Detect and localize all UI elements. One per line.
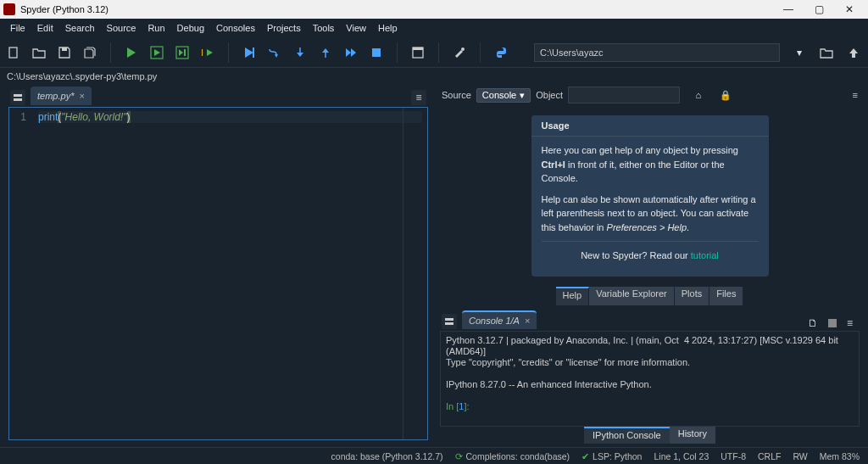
stop-debug-icon[interactable]: [370, 46, 383, 59]
maximize-pane-icon[interactable]: [411, 46, 425, 59]
tab-ipython-console[interactable]: IPython Console: [584, 427, 670, 444]
svg-marker-10: [245, 48, 253, 58]
status-bar: conda: base (Python 3.12.7) ⟳Completions…: [0, 447, 868, 464]
tutorial-link[interactable]: tutorial: [691, 250, 719, 260]
code-editor[interactable]: 1 print("Hello, World!"): [8, 107, 428, 440]
browse-dir-icon[interactable]: [819, 45, 834, 60]
save-all-icon[interactable]: [83, 46, 97, 59]
help-pane-tabs: Help Variable Explorer Plots Files: [437, 287, 863, 305]
console-output[interactable]: Python 3.12.7 | packaged by Anaconda, In…: [440, 331, 860, 428]
status-cursor-pos[interactable]: Line 1, Col 23: [654, 451, 709, 461]
svg-marker-18: [351, 48, 356, 57]
maximize-button[interactable]: ▢: [804, 0, 834, 19]
help-pane: Source Console▾ Object ⌂ 🔒 ≡ Usage Here …: [437, 85, 863, 305]
editor-tab[interactable]: temp.py* ×: [31, 87, 92, 105]
svg-rect-29: [828, 319, 837, 327]
status-eol[interactable]: CRLF: [758, 451, 781, 461]
step-into-icon[interactable]: [293, 46, 307, 59]
tab-variable-explorer[interactable]: Variable Explorer: [589, 287, 675, 305]
open-file-icon[interactable]: [32, 46, 46, 59]
run-cell-icon[interactable]: [150, 46, 164, 59]
preferences-icon[interactable]: [453, 46, 466, 59]
step-icon[interactable]: [268, 46, 281, 59]
svg-rect-26: [14, 98, 22, 101]
svg-marker-24: [849, 48, 858, 58]
code-token-function: print: [38, 111, 58, 123]
menu-help[interactable]: Help: [373, 21, 403, 35]
tab-history[interactable]: History: [670, 427, 715, 444]
tab-files[interactable]: Files: [709, 287, 743, 305]
help-source-select[interactable]: Console▾: [476, 88, 531, 103]
status-lsp[interactable]: ✔LSP: Python: [581, 451, 642, 461]
continue-icon[interactable]: [344, 46, 358, 59]
close-tab-icon[interactable]: ×: [79, 91, 84, 101]
help-options-icon[interactable]: ≡: [853, 90, 858, 100]
svg-marker-17: [346, 48, 351, 57]
step-out-icon[interactable]: [319, 46, 332, 59]
editor-tabbar: temp.py* × ≡: [5, 85, 431, 105]
close-button[interactable]: ✕: [834, 0, 865, 19]
status-rw[interactable]: RW: [793, 451, 807, 461]
menu-search[interactable]: Search: [60, 21, 100, 35]
working-dir-field[interactable]: C:\Users\ayazc: [534, 43, 780, 62]
menu-projects[interactable]: Projects: [262, 21, 306, 35]
window-title: Spyder (Python 3.12): [20, 4, 108, 14]
svg-marker-4: [154, 49, 160, 56]
new-file-icon[interactable]: [7, 46, 20, 59]
window-titlebar: Spyder (Python 3.12) — ▢ ✕: [0, 0, 868, 19]
ipython-console-pane: Console 1/A × 🗋 ≡ Python 3.12.7 | packag…: [437, 309, 863, 444]
menu-debug[interactable]: Debug: [172, 21, 209, 35]
editor-tab-label: temp.py*: [37, 91, 74, 101]
lock-icon[interactable]: 🔒: [720, 90, 732, 101]
status-completions[interactable]: ⟳Completions: conda(base): [455, 451, 570, 461]
status-memory[interactable]: Mem 83%: [820, 451, 860, 461]
editor-pane: temp.py* × ≡ 1 print("Hello, World!"): [5, 85, 431, 444]
svg-text:I: I: [201, 48, 203, 58]
svg-marker-16: [322, 48, 329, 53]
tab-help[interactable]: Help: [556, 287, 590, 305]
console-options-icon[interactable]: ≡: [847, 317, 853, 329]
tab-plots[interactable]: Plots: [675, 287, 709, 305]
home-icon[interactable]: ⌂: [695, 90, 701, 100]
status-conda[interactable]: conda: base (Python 3.12.7): [331, 451, 443, 461]
stop-kernel-icon[interactable]: [828, 319, 837, 327]
editor-browse-tabs-icon[interactable]: [10, 90, 25, 105]
status-encoding[interactable]: UTF-8: [721, 451, 746, 461]
svg-rect-27: [445, 318, 453, 321]
app-logo: [3, 3, 15, 15]
menu-tools[interactable]: Tools: [308, 21, 340, 35]
parent-dir-icon[interactable]: [846, 45, 861, 60]
run-cell-advance-icon[interactable]: [175, 46, 189, 59]
menubar: File Edit Search Source Run Debug Consol…: [0, 19, 868, 37]
editor-options-icon[interactable]: ≡: [411, 90, 426, 105]
svg-rect-19: [372, 48, 381, 57]
svg-rect-11: [253, 48, 254, 58]
console-tab[interactable]: Console 1/A ×: [462, 310, 537, 329]
svg-rect-0: [9, 48, 17, 58]
help-object-label: Object: [536, 90, 563, 100]
menu-consoles[interactable]: Consoles: [211, 21, 260, 35]
console-pane-tabs: IPython Console History: [437, 427, 863, 444]
menu-source[interactable]: Source: [102, 21, 142, 35]
save-icon[interactable]: [58, 46, 71, 59]
svg-rect-21: [413, 48, 423, 50]
console-browse-tabs-icon[interactable]: [442, 314, 457, 329]
menu-file[interactable]: File: [5, 21, 31, 35]
svg-rect-1: [62, 48, 67, 51]
menu-edit[interactable]: Edit: [32, 21, 58, 35]
menu-run[interactable]: Run: [142, 21, 170, 35]
editor-file-path: C:\Users\ayazc\.spyder-py3\temp.py: [0, 68, 868, 85]
menu-view[interactable]: View: [341, 21, 371, 35]
minimize-button[interactable]: —: [773, 0, 804, 19]
help-object-input[interactable]: [568, 87, 680, 103]
run-icon[interactable]: [125, 46, 138, 59]
run-selection-icon[interactable]: I: [201, 46, 214, 59]
svg-marker-12: [275, 54, 278, 58]
python-path-icon[interactable]: [494, 46, 508, 59]
close-console-tab-icon[interactable]: ×: [525, 316, 530, 326]
debug-icon[interactable]: [242, 46, 256, 59]
code-token-paren: ): [127, 111, 131, 123]
working-dir-dropdown-icon[interactable]: ▾: [792, 45, 807, 60]
svg-rect-25: [14, 94, 22, 97]
interrupt-kernel-icon[interactable]: 🗋: [808, 317, 818, 329]
